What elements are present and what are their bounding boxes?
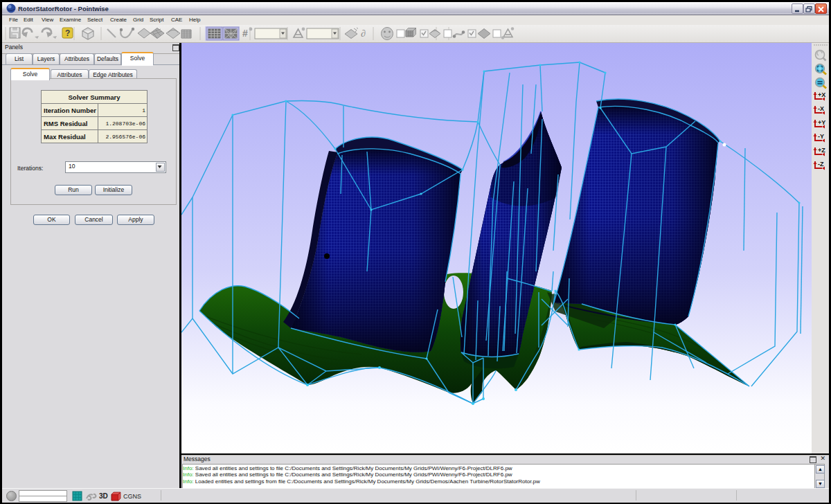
svg-text:+Y: +Y bbox=[818, 119, 825, 126]
svg-text:?: ? bbox=[65, 28, 70, 38]
svg-text:+X: +X bbox=[818, 91, 825, 98]
svg-text:CGNS: CGNS bbox=[123, 493, 141, 500]
svg-text:-X: -X bbox=[818, 105, 824, 112]
svg-text:#: # bbox=[242, 28, 248, 39]
svg-text:+Z: +Z bbox=[818, 147, 825, 154]
svg-text:-Z: -Z bbox=[818, 161, 824, 168]
svg-text:3D: 3D bbox=[99, 492, 108, 500]
svg-text:-Y: -Y bbox=[818, 133, 824, 140]
svg-text:∂: ∂ bbox=[361, 28, 366, 39]
